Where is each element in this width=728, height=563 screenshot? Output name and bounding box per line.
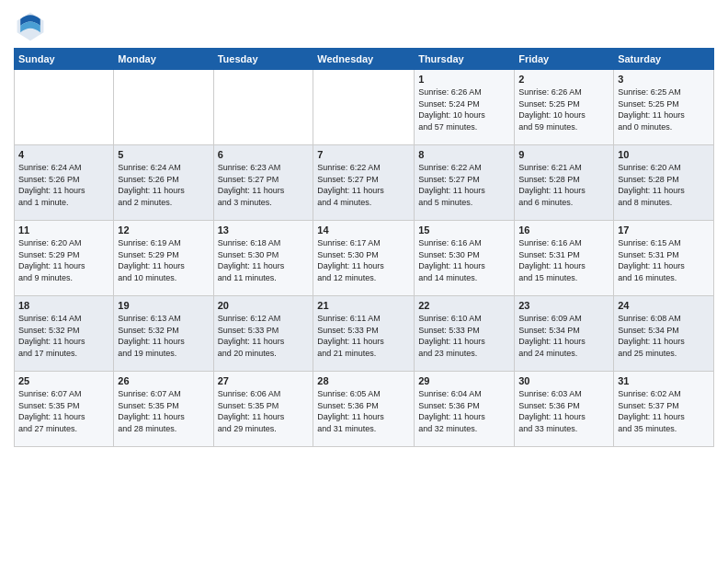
day-number: 20: [218, 300, 310, 311]
weekday-friday: Friday: [515, 49, 614, 70]
day-info: Sunrise: 6:26 AM Sunset: 5:25 PM Dayligh…: [518, 86, 609, 132]
page: SundayMondayTuesdayWednesdayThursdayFrid…: [0, 0, 728, 563]
day-number: 10: [618, 149, 710, 160]
day-number: 11: [18, 224, 109, 236]
weekday-wednesday: Wednesday: [313, 49, 415, 70]
day-number: 26: [118, 375, 209, 386]
weekday-tuesday: Tuesday: [213, 49, 313, 70]
day-number: 28: [317, 375, 410, 386]
calendar-cell: [313, 70, 415, 145]
day-info: Sunrise: 6:08 AM Sunset: 5:34 PM Dayligh…: [618, 313, 710, 359]
weekday-thursday: Thursday: [415, 49, 515, 70]
day-info: Sunrise: 6:07 AM Sunset: 5:35 PM Dayligh…: [18, 388, 109, 434]
day-number: 31: [618, 375, 710, 386]
calendar-cell: 31Sunrise: 6:02 AM Sunset: 5:37 PM Dayli…: [614, 372, 714, 447]
day-info: Sunrise: 6:13 AM Sunset: 5:32 PM Dayligh…: [118, 313, 209, 359]
calendar-cell: [15, 70, 114, 145]
logo: [14, 9, 51, 42]
day-info: Sunrise: 6:05 AM Sunset: 5:36 PM Dayligh…: [317, 388, 410, 434]
day-number: 12: [118, 224, 209, 236]
day-number: 4: [18, 149, 109, 160]
day-info: Sunrise: 6:04 AM Sunset: 5:36 PM Dayligh…: [418, 388, 510, 434]
day-info: Sunrise: 6:18 AM Sunset: 5:30 PM Dayligh…: [218, 237, 310, 283]
day-info: Sunrise: 6:17 AM Sunset: 5:30 PM Dayligh…: [317, 237, 410, 283]
calendar-cell: 26Sunrise: 6:07 AM Sunset: 5:35 PM Dayli…: [114, 372, 213, 447]
calendar-cell: 6Sunrise: 6:23 AM Sunset: 5:27 PM Daylig…: [213, 145, 313, 221]
day-info: Sunrise: 6:23 AM Sunset: 5:27 PM Dayligh…: [218, 162, 310, 208]
calendar-cell: 4Sunrise: 6:24 AM Sunset: 5:26 PM Daylig…: [15, 145, 114, 221]
day-number: 23: [518, 300, 609, 311]
calendar-cell: 15Sunrise: 6:16 AM Sunset: 5:30 PM Dayli…: [415, 221, 515, 296]
day-info: Sunrise: 6:07 AM Sunset: 5:35 PM Dayligh…: [118, 388, 209, 434]
calendar-cell: 17Sunrise: 6:15 AM Sunset: 5:31 PM Dayli…: [614, 221, 714, 296]
day-info: Sunrise: 6:22 AM Sunset: 5:27 PM Dayligh…: [317, 162, 410, 208]
calendar-cell: 1Sunrise: 6:26 AM Sunset: 5:24 PM Daylig…: [415, 70, 515, 145]
day-info: Sunrise: 6:10 AM Sunset: 5:33 PM Dayligh…: [418, 313, 510, 359]
weekday-sunday: Sunday: [15, 49, 114, 70]
calendar-cell: 9Sunrise: 6:21 AM Sunset: 5:28 PM Daylig…: [515, 145, 614, 221]
day-number: 21: [317, 300, 410, 311]
day-info: Sunrise: 6:24 AM Sunset: 5:26 PM Dayligh…: [118, 162, 209, 208]
day-number: 5: [118, 149, 209, 160]
weekday-monday: Monday: [114, 49, 213, 70]
weekday-header-row: SundayMondayTuesdayWednesdayThursdayFrid…: [15, 49, 714, 70]
day-number: 13: [218, 224, 310, 236]
calendar-table: SundayMondayTuesdayWednesdayThursdayFrid…: [14, 48, 714, 447]
calendar-cell: 13Sunrise: 6:18 AM Sunset: 5:30 PM Dayli…: [213, 221, 313, 296]
weekday-saturday: Saturday: [614, 49, 714, 70]
day-number: 1: [418, 74, 510, 85]
day-number: 24: [618, 300, 710, 311]
day-number: 19: [118, 300, 209, 311]
day-number: 9: [518, 149, 609, 160]
calendar-cell: [114, 70, 213, 145]
week-row-1: 1Sunrise: 6:26 AM Sunset: 5:24 PM Daylig…: [15, 70, 714, 145]
week-row-3: 11Sunrise: 6:20 AM Sunset: 5:29 PM Dayli…: [15, 221, 714, 296]
day-number: 16: [518, 224, 609, 236]
calendar-cell: 8Sunrise: 6:22 AM Sunset: 5:27 PM Daylig…: [415, 145, 515, 221]
day-number: 14: [317, 224, 410, 236]
day-number: 3: [618, 74, 710, 85]
day-info: Sunrise: 6:11 AM Sunset: 5:33 PM Dayligh…: [317, 313, 410, 359]
logo-icon: [14, 9, 47, 42]
calendar-cell: [213, 70, 313, 145]
calendar-cell: 12Sunrise: 6:19 AM Sunset: 5:29 PM Dayli…: [114, 221, 213, 296]
calendar-cell: 30Sunrise: 6:03 AM Sunset: 5:36 PM Dayli…: [515, 372, 614, 447]
day-info: Sunrise: 6:19 AM Sunset: 5:29 PM Dayligh…: [118, 237, 209, 283]
calendar-cell: 2Sunrise: 6:26 AM Sunset: 5:25 PM Daylig…: [515, 70, 614, 145]
week-row-5: 25Sunrise: 6:07 AM Sunset: 5:35 PM Dayli…: [15, 372, 714, 447]
day-info: Sunrise: 6:20 AM Sunset: 5:29 PM Dayligh…: [18, 237, 109, 283]
calendar-cell: 19Sunrise: 6:13 AM Sunset: 5:32 PM Dayli…: [114, 296, 213, 372]
day-info: Sunrise: 6:06 AM Sunset: 5:35 PM Dayligh…: [218, 388, 310, 434]
header: [14, 9, 714, 42]
calendar-cell: 14Sunrise: 6:17 AM Sunset: 5:30 PM Dayli…: [313, 221, 415, 296]
calendar-cell: 28Sunrise: 6:05 AM Sunset: 5:36 PM Dayli…: [313, 372, 415, 447]
calendar-cell: 25Sunrise: 6:07 AM Sunset: 5:35 PM Dayli…: [15, 372, 114, 447]
day-info: Sunrise: 6:03 AM Sunset: 5:36 PM Dayligh…: [518, 388, 609, 434]
calendar-cell: 20Sunrise: 6:12 AM Sunset: 5:33 PM Dayli…: [213, 296, 313, 372]
calendar-cell: 5Sunrise: 6:24 AM Sunset: 5:26 PM Daylig…: [114, 145, 213, 221]
day-number: 30: [518, 375, 609, 386]
day-info: Sunrise: 6:26 AM Sunset: 5:24 PM Dayligh…: [418, 86, 510, 132]
day-info: Sunrise: 6:15 AM Sunset: 5:31 PM Dayligh…: [618, 237, 710, 283]
day-info: Sunrise: 6:24 AM Sunset: 5:26 PM Dayligh…: [18, 162, 109, 208]
day-number: 7: [317, 149, 410, 160]
day-number: 18: [18, 300, 109, 311]
day-info: Sunrise: 6:14 AM Sunset: 5:32 PM Dayligh…: [18, 313, 109, 359]
day-info: Sunrise: 6:20 AM Sunset: 5:28 PM Dayligh…: [618, 162, 710, 208]
day-number: 29: [418, 375, 510, 386]
day-info: Sunrise: 6:16 AM Sunset: 5:31 PM Dayligh…: [518, 237, 609, 283]
calendar-cell: 10Sunrise: 6:20 AM Sunset: 5:28 PM Dayli…: [614, 145, 714, 221]
day-number: 27: [218, 375, 310, 386]
day-number: 22: [418, 300, 510, 311]
calendar-cell: 18Sunrise: 6:14 AM Sunset: 5:32 PM Dayli…: [15, 296, 114, 372]
day-number: 17: [618, 224, 710, 236]
calendar-cell: 3Sunrise: 6:25 AM Sunset: 5:25 PM Daylig…: [614, 70, 714, 145]
day-number: 6: [218, 149, 310, 160]
day-info: Sunrise: 6:12 AM Sunset: 5:33 PM Dayligh…: [218, 313, 310, 359]
day-info: Sunrise: 6:25 AM Sunset: 5:25 PM Dayligh…: [618, 86, 710, 132]
day-number: 2: [518, 74, 609, 85]
calendar-cell: 22Sunrise: 6:10 AM Sunset: 5:33 PM Dayli…: [415, 296, 515, 372]
day-info: Sunrise: 6:09 AM Sunset: 5:34 PM Dayligh…: [518, 313, 609, 359]
calendar-cell: 16Sunrise: 6:16 AM Sunset: 5:31 PM Dayli…: [515, 221, 614, 296]
day-info: Sunrise: 6:21 AM Sunset: 5:28 PM Dayligh…: [518, 162, 609, 208]
